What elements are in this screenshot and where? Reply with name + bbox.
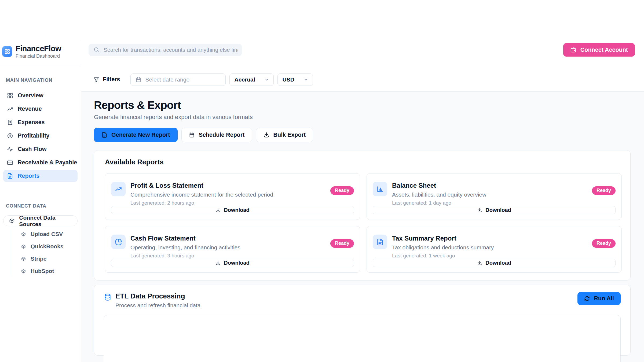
refresh-icon bbox=[584, 296, 590, 301]
report-description: Assets, liabilities, and equity overview bbox=[392, 191, 486, 198]
search-icon bbox=[93, 47, 100, 53]
sidebar-item-label: Cash Flow bbox=[18, 146, 47, 153]
source-item-hubspot[interactable]: HubSpot bbox=[21, 266, 81, 276]
report-icon-tile bbox=[111, 235, 126, 249]
sidebar-item-revenue[interactable]: Revenue bbox=[3, 103, 78, 115]
download-icon bbox=[215, 208, 221, 213]
etl-panel: ETL Data Processing Process and refresh … bbox=[94, 285, 631, 356]
etl-jobs-card bbox=[104, 315, 621, 362]
source-item-stripe[interactable]: Stripe bbox=[21, 253, 81, 264]
download-label: Download bbox=[485, 207, 511, 213]
app-logo bbox=[2, 46, 12, 57]
schedule-report-label: Schedule Report bbox=[199, 132, 245, 138]
bulk-export-button[interactable]: Bulk Export bbox=[256, 128, 313, 142]
connect-data-sources-label: Connect Data Sources bbox=[19, 215, 77, 227]
page-content: Reports & Export Generate financial repo… bbox=[81, 92, 644, 362]
report-card-profit-loss: Profit & Loss Statement Comprehensive in… bbox=[105, 173, 360, 220]
sidebar-item-cash-flow[interactable]: Cash Flow bbox=[3, 143, 78, 155]
app-name: FinanceFlow bbox=[16, 44, 61, 53]
page-top-margin bbox=[0, 0, 644, 40]
activity-icon bbox=[7, 146, 13, 152]
package-icon bbox=[9, 218, 14, 224]
calendar-icon bbox=[136, 77, 141, 83]
download-button[interactable]: Download bbox=[373, 206, 616, 214]
available-reports-panel: Available Reports Profit & Loss Statemen… bbox=[94, 150, 631, 280]
report-icon-tile bbox=[373, 182, 387, 196]
main-area: Connect Account Filters Select date rang… bbox=[81, 40, 644, 362]
download-button[interactable]: Download bbox=[373, 259, 616, 267]
report-actions: Generate New Report Schedule Report Bulk… bbox=[94, 128, 631, 142]
report-title: Tax Summary Report bbox=[392, 235, 494, 242]
connect-data-label: CONNECT DATA bbox=[6, 203, 81, 209]
etl-subtitle: Process and refresh financial data bbox=[115, 302, 201, 309]
connect-data-sources-button[interactable]: Connect Data Sources bbox=[3, 215, 78, 226]
sidebar-item-label: Receivable & Payable bbox=[18, 159, 77, 166]
source-item-label: Upload CSV bbox=[31, 231, 63, 237]
sidebar-item-profitability[interactable]: Profitability bbox=[3, 130, 78, 142]
receipt-icon bbox=[7, 119, 13, 125]
run-all-label: Run All bbox=[594, 295, 614, 302]
bulk-export-label: Bulk Export bbox=[273, 132, 306, 138]
data-sources-list: Upload CSV QuickBooks Stripe HubSpot bbox=[11, 229, 81, 276]
report-card-balance-sheet: Balance Sheet Assets, liabilities, and e… bbox=[367, 173, 622, 220]
sidebar-item-overview[interactable]: Overview bbox=[3, 90, 78, 101]
filter-bar: Filters Select date range Accrual USD bbox=[81, 60, 644, 92]
app-subtitle: Financial Dashboard bbox=[16, 53, 61, 59]
report-icon-tile bbox=[111, 182, 126, 196]
connect-account-button[interactable]: Connect Account bbox=[563, 43, 635, 57]
database-icon bbox=[104, 293, 111, 302]
file-text-icon bbox=[376, 238, 384, 246]
schedule-report-button[interactable]: Schedule Report bbox=[181, 128, 252, 142]
status-badge: Ready bbox=[330, 239, 354, 248]
search-input[interactable] bbox=[89, 44, 242, 56]
sidebar-item-label: Overview bbox=[18, 92, 43, 99]
download-icon bbox=[264, 132, 269, 138]
report-card-tax-summary: Tax Summary Report Tax obligations and d… bbox=[367, 226, 622, 273]
status-badge: Ready bbox=[592, 239, 616, 248]
layout-grid-icon bbox=[7, 93, 13, 99]
download-icon bbox=[215, 260, 221, 265]
sidebar-item-expenses[interactable]: Expenses bbox=[3, 116, 78, 128]
run-all-button[interactable]: Run All bbox=[577, 292, 621, 305]
report-card-cash-flow: Cash Flow Statement Operating, investing… bbox=[105, 226, 360, 273]
accounting-method-select[interactable]: Accrual bbox=[229, 73, 274, 86]
file-text-icon bbox=[7, 173, 13, 179]
main-navigation-label: MAIN NAVIGATION bbox=[6, 77, 81, 83]
report-icon-tile bbox=[373, 235, 387, 249]
date-range-picker[interactable]: Select date range bbox=[130, 73, 226, 86]
funnel-icon bbox=[93, 77, 99, 83]
date-range-placeholder: Select date range bbox=[145, 76, 190, 83]
trending-up-icon bbox=[7, 106, 13, 112]
status-badge: Ready bbox=[330, 186, 354, 195]
connect-account-label: Connect Account bbox=[580, 47, 628, 53]
report-description: Tax obligations and deductions summary bbox=[392, 244, 494, 251]
page-title: Reports & Export bbox=[94, 99, 631, 112]
report-last-generated: Last generated: 1 day ago bbox=[392, 200, 486, 206]
package-icon bbox=[21, 232, 26, 237]
top-bar: Connect Account bbox=[81, 40, 644, 60]
main-navigation: Overview Revenue Expenses Profitability … bbox=[0, 90, 81, 182]
report-title: Balance Sheet bbox=[392, 182, 486, 189]
sidebar-item-receivable-payable[interactable]: Receivable & Payable bbox=[3, 157, 78, 168]
chevron-down-icon bbox=[303, 77, 308, 82]
report-last-generated: Last generated: 1 week ago bbox=[392, 253, 494, 259]
package-icon bbox=[21, 244, 26, 249]
source-item-upload-csv[interactable]: Upload CSV bbox=[21, 229, 81, 239]
layout-grid-icon bbox=[4, 49, 10, 54]
download-button[interactable]: Download bbox=[111, 259, 354, 267]
sidebar-item-reports[interactable]: Reports bbox=[3, 170, 78, 182]
currency-select[interactable]: USD bbox=[277, 73, 313, 86]
filters-label: Filters bbox=[103, 76, 120, 83]
trending-up-icon bbox=[115, 186, 122, 193]
source-item-label: QuickBooks bbox=[31, 243, 64, 250]
report-description: Operating, investing, and financing acti… bbox=[130, 244, 240, 251]
currency-value: USD bbox=[283, 76, 294, 83]
source-item-quickbooks[interactable]: QuickBooks bbox=[21, 241, 81, 252]
filters-toggle[interactable]: Filters bbox=[93, 76, 120, 83]
download-button[interactable]: Download bbox=[111, 206, 354, 214]
etl-title: ETL Data Processing bbox=[115, 292, 201, 300]
generate-new-report-button[interactable]: Generate New Report bbox=[94, 128, 178, 142]
report-cards-grid: Profit & Loss Statement Comprehensive in… bbox=[105, 173, 622, 273]
app-frame: FinanceFlow Financial Dashboard MAIN NAV… bbox=[0, 40, 644, 362]
download-icon bbox=[477, 208, 482, 213]
